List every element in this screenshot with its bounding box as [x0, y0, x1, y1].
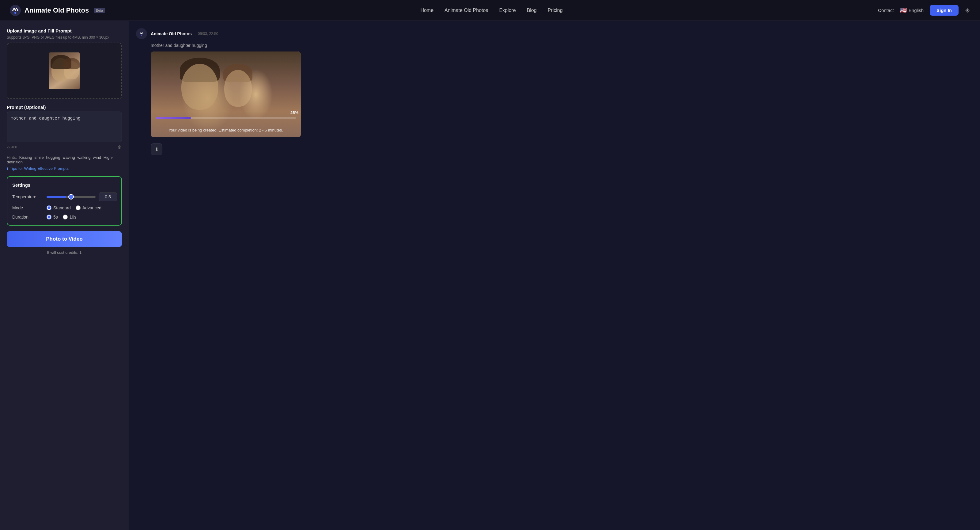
hint-smile[interactable]: smile	[34, 155, 43, 160]
mode-radio-group: Standard Advanced	[46, 205, 102, 210]
tips-link[interactable]: ℹ Tips for Writing Effective Prompts	[7, 166, 122, 171]
mode-advanced-radio[interactable]	[76, 205, 81, 210]
mode-row: Mode Standard Advanced	[12, 205, 116, 210]
nav-home[interactable]: Home	[420, 8, 433, 13]
temperature-value: 0.5	[99, 193, 117, 201]
svg-point-4	[141, 35, 142, 35]
progress-bar-fill	[156, 117, 191, 119]
duration-10s-radio[interactable]	[63, 215, 68, 219]
theme-toggle-icon[interactable]: ☀	[965, 7, 970, 14]
progress-percentage: 25%	[290, 110, 298, 115]
temperature-slider[interactable]	[46, 196, 95, 198]
upload-title: Upload Image and Fill Prompt	[7, 28, 122, 34]
video-container: 25% Your video is being created! Estimat…	[151, 51, 301, 137]
hints-label: Hints:	[7, 155, 17, 160]
duration-row: Duration 5s 10s	[12, 215, 116, 219]
mode-standard-option[interactable]: Standard	[46, 205, 71, 210]
prompt-input[interactable]: mother and daughter hugging	[7, 112, 122, 142]
mode-label: Mode	[12, 205, 43, 210]
mode-advanced-label: Advanced	[83, 205, 102, 210]
svg-point-3	[17, 10, 18, 11]
char-count: 27/400	[7, 145, 17, 149]
face-shape-1	[181, 64, 218, 110]
tips-link-label: Tips for Writing Effective Prompts	[10, 166, 68, 171]
temperature-row: Temperature 0.5	[12, 193, 116, 201]
app-title: Animate Old Photos	[24, 6, 89, 14]
progress-bar-bg: 25%	[156, 117, 296, 119]
download-button[interactable]: ⬇	[151, 144, 162, 155]
sign-in-button[interactable]: Sign In	[930, 5, 959, 16]
hint-walking[interactable]: walking	[77, 155, 91, 160]
nav-blog[interactable]: Blog	[527, 8, 537, 13]
right-panel: Animate Old Photos 09/03, 22:50 mother a…	[129, 21, 980, 530]
settings-title: Settings	[12, 182, 116, 188]
video-background	[151, 51, 301, 137]
prompt-section: Prompt (Optional) mother and daughter hu…	[7, 105, 122, 150]
logo-icon	[10, 5, 21, 16]
hint-hugging[interactable]: hugging	[46, 155, 60, 160]
hints-section: Hints: Kissing smile hugging waving walk…	[7, 155, 122, 171]
message-prompt: mother and daughter hugging	[151, 43, 973, 48]
duration-label: Duration	[12, 215, 43, 219]
left-panel: Upload Image and Fill Prompt Supports JP…	[0, 21, 129, 530]
message-timestamp: 09/03, 22:50	[198, 32, 218, 36]
hint-wind[interactable]: wind	[93, 155, 101, 160]
mode-standard-label: Standard	[53, 205, 71, 210]
convert-button[interactable]: Photo to Video	[7, 231, 122, 247]
temperature-label: Temperature	[12, 194, 43, 199]
duration-5s-label: 5s	[53, 215, 58, 219]
message-title: Animate Old Photos	[151, 31, 192, 36]
main-nav: Home Animate Old Photos Explore Blog Pri…	[420, 8, 562, 13]
mode-standard-radio[interactable]	[46, 205, 51, 210]
duration-radio-group: 5s 10s	[46, 215, 76, 219]
beta-badge: Beta	[94, 8, 105, 13]
language-label: English	[908, 8, 924, 13]
contact-link[interactable]: Contact	[878, 8, 894, 13]
progress-overlay: 25%	[156, 117, 296, 119]
svg-point-2	[12, 10, 13, 11]
svg-point-1	[14, 12, 16, 14]
duration-10s-label: 10s	[70, 215, 76, 219]
creation-message: Your video is being created! Estimated c…	[151, 128, 301, 132]
upload-area[interactable]	[7, 43, 122, 99]
download-icon: ⬇	[155, 147, 159, 152]
upload-subtitle: Supports JPG, PNG or JPEG files up to 4M…	[7, 35, 122, 40]
cost-note: It will cost credits: 1	[7, 250, 122, 255]
duration-5s-radio[interactable]	[46, 215, 51, 219]
prompt-label: Prompt (Optional)	[7, 105, 122, 110]
info-icon: ℹ	[7, 166, 8, 171]
clear-prompt-icon[interactable]: 🗑	[118, 145, 122, 150]
nav-explore[interactable]: Explore	[499, 8, 515, 13]
upload-section: Upload Image and Fill Prompt Supports JP…	[7, 28, 122, 99]
language-selector[interactable]: 🇺🇸 English	[900, 7, 924, 14]
hint-kissing[interactable]: Kissing	[19, 155, 32, 160]
mode-advanced-option[interactable]: Advanced	[76, 205, 102, 210]
chat-message: Animate Old Photos 09/03, 22:50 mother a…	[136, 28, 973, 155]
message-header: Animate Old Photos 09/03, 22:50	[136, 28, 973, 39]
nav-pricing[interactable]: Pricing	[548, 8, 563, 13]
settings-section: Settings Temperature 0.5 Mode Standard	[7, 176, 122, 226]
nav-animate[interactable]: Animate Old Photos	[444, 8, 488, 13]
upload-preview	[7, 43, 121, 98]
face-shape-2	[224, 70, 252, 107]
hint-waving[interactable]: waving	[62, 155, 75, 160]
action-row: ⬇	[151, 144, 973, 155]
duration-5s-option[interactable]: 5s	[46, 215, 58, 219]
duration-10s-option[interactable]: 10s	[63, 215, 76, 219]
message-avatar	[136, 28, 147, 39]
flag-icon: 🇺🇸	[900, 7, 907, 14]
temperature-slider-container: 0.5	[46, 193, 117, 201]
